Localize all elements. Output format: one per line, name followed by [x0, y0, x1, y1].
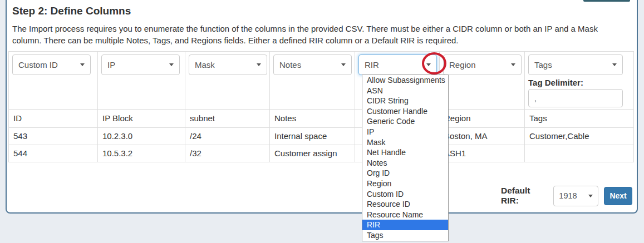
dropdown-option[interactable]: Org ID [362, 168, 448, 178]
footer-controls: Default RIR: 1918 Next [501, 185, 632, 207]
select-value: Mask [195, 60, 215, 70]
tag-delimiter-input[interactable] [528, 89, 623, 107]
rir-column-dropdown-list: Allow Subassignments ASN CIDR String Cus… [362, 75, 449, 241]
csv-header-row: ID IP Block subnet Notes Region Tags [9, 110, 634, 128]
cell-tags [525, 145, 634, 162]
col-header-tags: Tags [525, 110, 634, 128]
select-value: RIR [365, 60, 379, 70]
dropdown-option[interactable]: Allow Subassignments [362, 75, 448, 86]
chevron-down-icon [80, 63, 85, 66]
dropdown-option[interactable]: IP [362, 127, 448, 137]
select-value: Notes [279, 60, 301, 70]
cell-ip-block: 10.5.3.2 [98, 145, 185, 162]
cell-ip-block: 10.2.3.0 [98, 128, 185, 145]
col-header-region: Region [440, 110, 525, 128]
column-select-region[interactable]: Region [443, 54, 522, 75]
default-rir-label: Default RIR: [501, 186, 548, 206]
column-select-mask[interactable]: Mask [189, 54, 267, 75]
cell-notes: Internal space [270, 128, 355, 145]
table-row: 544 10.5.3.2 /32 Customer assign ASH1 [9, 145, 634, 162]
dropdown-option[interactable]: Custom ID [362, 189, 448, 200]
col-header-id: ID [9, 110, 98, 128]
chevron-down-icon [612, 63, 617, 66]
cell-subnet: /32 [185, 145, 270, 162]
tag-delimiter-label: Tag Delimiter: [528, 78, 630, 87]
dropdown-option[interactable]: Notes [362, 158, 448, 168]
dropdown-option[interactable]: CIDR String [362, 96, 448, 106]
column-mapping-table: Custom ID IP Mask Notes [8, 51, 634, 162]
cell-subnet: /24 [185, 128, 270, 145]
column-select-notes[interactable]: Notes [273, 54, 352, 75]
dropdown-option[interactable]: Customer Handle [362, 106, 448, 117]
select-value: Region [449, 60, 476, 70]
cell-id: 544 [9, 145, 98, 162]
chevron-down-icon [257, 63, 261, 66]
cell-id: 543 [9, 128, 98, 145]
chevron-down-icon [169, 63, 174, 66]
select-value: Custom ID [18, 60, 58, 70]
dropdown-option[interactable]: Net Handle [362, 147, 448, 158]
import-wizard-page: Step 2: Define Columns The Import proces… [0, 0, 644, 243]
red-circle-annotation [422, 52, 446, 75]
dropdown-option[interactable]: ASN [362, 86, 448, 96]
step2-description: The Import process requires you to enume… [12, 23, 628, 46]
default-rir-select[interactable]: 1918 [553, 186, 598, 206]
next-button[interactable]: Next [604, 187, 632, 205]
chevron-down-icon [341, 63, 346, 66]
dropdown-option[interactable]: Mask [362, 137, 448, 148]
column-select-tags[interactable]: Tags [528, 54, 623, 75]
dropdown-option[interactable]: Resource Name [362, 210, 448, 220]
dropdown-option[interactable]: Generic Code [362, 116, 448, 127]
cell-notes: Customer assign [270, 145, 355, 162]
dropdown-option[interactable]: Resource ID [362, 199, 448, 210]
column-select-custom-id[interactable]: Custom ID [12, 54, 91, 75]
col-header-ip-block: IP Block [98, 110, 185, 128]
select-value: Tags [534, 60, 552, 70]
column-selector-row: Custom ID IP Mask Notes [9, 52, 634, 110]
col-header-subnet: subnet [185, 110, 270, 128]
col-header-notes: Notes [270, 110, 355, 128]
dropdown-option-selected[interactable]: RIR [362, 220, 448, 230]
clipped-button-remnant [583, 0, 630, 2]
column-select-ip[interactable]: IP [101, 54, 180, 75]
page-title: Step 2: Define Columns [12, 5, 131, 17]
select-value: 1918 [559, 191, 577, 200]
cell-region: ASH1 [440, 145, 525, 162]
dropdown-option[interactable]: Tags [362, 230, 448, 241]
chevron-down-icon [511, 63, 515, 66]
dropdown-option[interactable]: Region [362, 178, 448, 189]
select-value: IP [107, 60, 115, 70]
table-row: 543 10.2.3.0 /24 Internal space Boston, … [9, 128, 634, 145]
chevron-down-icon [588, 195, 593, 197]
cell-region: Boston, MA [440, 128, 525, 145]
cell-tags: Customer,Cable [525, 128, 634, 145]
